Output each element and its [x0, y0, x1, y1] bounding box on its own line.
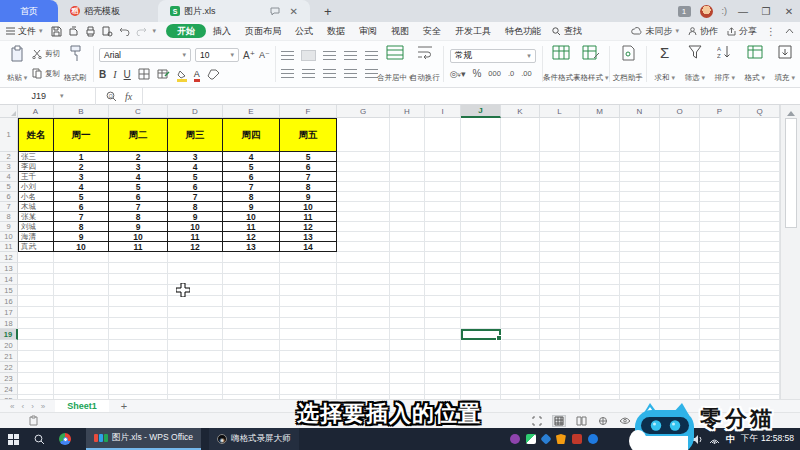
- vertical-scrollbar[interactable]: [780, 105, 800, 399]
- cell-H13[interactable]: [390, 263, 425, 274]
- ribbon-tab-插入[interactable]: 插入: [206, 26, 238, 36]
- cell-B10[interactable]: 9: [54, 232, 109, 242]
- cell-B24[interactable]: [54, 384, 109, 395]
- fill-button[interactable]: 填充 ▾: [770, 44, 800, 84]
- column-header-H[interactable]: H: [390, 105, 425, 118]
- cell-G9[interactable]: [337, 222, 390, 232]
- copy-button[interactable]: 复制: [32, 68, 60, 79]
- bold-button[interactable]: B: [99, 69, 106, 80]
- cell-E23[interactable]: [223, 373, 280, 384]
- cell-L9[interactable]: [540, 222, 580, 232]
- cell-B13[interactable]: [54, 263, 109, 274]
- scroll-up-icon[interactable]: [787, 111, 795, 116]
- cell-I20[interactable]: [425, 340, 461, 351]
- cell-L24[interactable]: [540, 384, 580, 395]
- cell-H20[interactable]: [390, 340, 425, 351]
- cell-E1[interactable]: 周四: [223, 118, 280, 152]
- quick-access-caret-icon[interactable]: ▾: [153, 27, 157, 35]
- cell-F3[interactable]: 6: [280, 162, 337, 172]
- cell-A17[interactable]: [18, 307, 54, 318]
- cell-J23[interactable]: [461, 373, 501, 384]
- cell-D20[interactable]: [168, 340, 223, 351]
- cell-I9[interactable]: [425, 222, 461, 232]
- ribbon-tab-安全[interactable]: 安全: [416, 26, 448, 36]
- cell-K17[interactable]: [501, 307, 540, 318]
- cell-J13[interactable]: [461, 263, 501, 274]
- formula-input[interactable]: [143, 88, 800, 105]
- cell-B5[interactable]: 4: [54, 182, 109, 192]
- cell-A24[interactable]: [18, 384, 54, 395]
- cell-M13[interactable]: [580, 263, 620, 274]
- cell-K14[interactable]: [501, 274, 540, 285]
- cell-P13[interactable]: [700, 263, 740, 274]
- comment-bubble-icon[interactable]: [270, 7, 280, 16]
- cell-M4[interactable]: [580, 172, 620, 182]
- cell-O22[interactable]: [660, 362, 700, 373]
- ribbon-tab-公式[interactable]: 公式: [288, 26, 320, 36]
- cell-K20[interactable]: [501, 340, 540, 351]
- cell-M2[interactable]: [580, 152, 620, 162]
- cell-O2[interactable]: [660, 152, 700, 162]
- clipboard-status-icon[interactable]: [28, 415, 39, 426]
- cell-P17[interactable]: [700, 307, 740, 318]
- cell-O9[interactable]: [660, 222, 700, 232]
- cell-E21[interactable]: [223, 351, 280, 362]
- cell-I14[interactable]: [425, 274, 461, 285]
- cell-C3[interactable]: 3: [109, 162, 168, 172]
- cell-N21[interactable]: [620, 351, 660, 362]
- cell-G18[interactable]: [337, 318, 390, 329]
- row-header-23[interactable]: 23: [0, 373, 18, 384]
- cell-M5[interactable]: [580, 182, 620, 192]
- tray-icon-6[interactable]: [588, 434, 598, 444]
- cell-D10[interactable]: 11: [168, 232, 223, 242]
- column-header-A[interactable]: A: [18, 105, 54, 118]
- cell-L12[interactable]: [540, 252, 580, 263]
- cell-C24[interactable]: [109, 384, 168, 395]
- cell-P5[interactable]: [700, 182, 740, 192]
- cell-A8[interactable]: 张某: [18, 212, 54, 222]
- cell-O4[interactable]: [660, 172, 700, 182]
- cell-K21[interactable]: [501, 351, 540, 362]
- cell-E6[interactable]: 8: [223, 192, 280, 202]
- cell-Q4[interactable]: [740, 172, 780, 182]
- cell-E10[interactable]: 12: [223, 232, 280, 242]
- cell-P19[interactable]: [700, 329, 740, 340]
- cell-P23[interactable]: [700, 373, 740, 384]
- cell-H22[interactable]: [390, 362, 425, 373]
- currency-format-icon[interactable]: ◎¥▾: [450, 69, 466, 79]
- column-header-P[interactable]: P: [700, 105, 740, 118]
- column-header-N[interactable]: N: [620, 105, 660, 118]
- tray-icon-3[interactable]: [540, 433, 551, 444]
- cell-G7[interactable]: [337, 202, 390, 212]
- cell-P1[interactable]: [700, 118, 740, 152]
- cell-H11[interactable]: [390, 242, 425, 252]
- filter-button[interactable]: 筛选 ▾: [680, 44, 710, 84]
- distribute-icon[interactable]: [365, 69, 378, 78]
- cell-M11[interactable]: [580, 242, 620, 252]
- cell-J20[interactable]: [461, 340, 501, 351]
- cell-G13[interactable]: [337, 263, 390, 274]
- cell-Q3[interactable]: [740, 162, 780, 172]
- cell-C18[interactable]: [109, 318, 168, 329]
- cell-A11[interactable]: 真武: [18, 242, 54, 252]
- cell-E11[interactable]: 13: [223, 242, 280, 252]
- cell-D5[interactable]: 6: [168, 182, 223, 192]
- cell-C21[interactable]: [109, 351, 168, 362]
- cell-L1[interactable]: [540, 118, 580, 152]
- cell-J8[interactable]: [461, 212, 501, 222]
- cell-G24[interactable]: [337, 384, 390, 395]
- minimize-button[interactable]: —: [736, 6, 750, 17]
- cell-C17[interactable]: [109, 307, 168, 318]
- cell-I4[interactable]: [425, 172, 461, 182]
- cell-F10[interactable]: 13: [280, 232, 337, 242]
- row-header-19[interactable]: 19: [0, 329, 18, 340]
- cell-Q10[interactable]: [740, 232, 780, 242]
- cell-F17[interactable]: [280, 307, 337, 318]
- cell-F24[interactable]: [280, 384, 337, 395]
- cell-H24[interactable]: [390, 384, 425, 395]
- cell-G4[interactable]: [337, 172, 390, 182]
- sync-status-button[interactable]: 未同步▾: [631, 25, 679, 38]
- cell-O5[interactable]: [660, 182, 700, 192]
- cell-Q21[interactable]: [740, 351, 780, 362]
- cell-P16[interactable]: [700, 296, 740, 307]
